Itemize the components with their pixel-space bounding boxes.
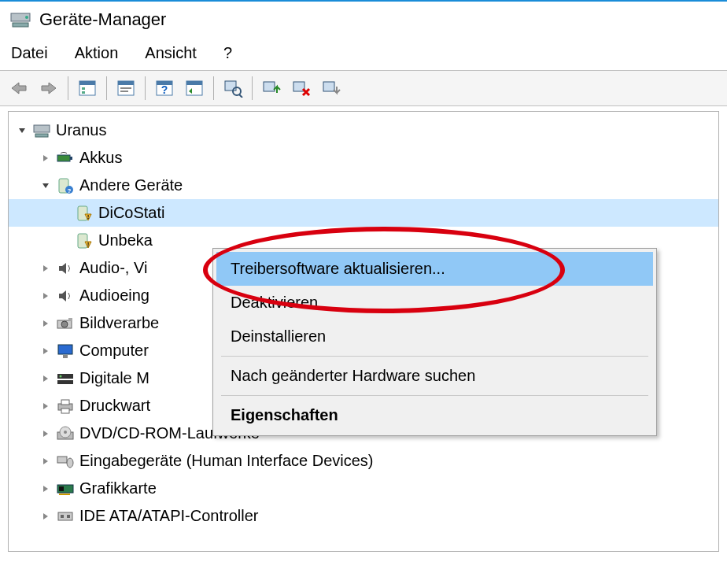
svg-text:?: ?: [68, 187, 72, 194]
context-menu: Treibersoftware aktualisieren... Deaktiv…: [212, 248, 657, 436]
disc-drive-icon: [56, 424, 75, 443]
toolbar-separator: [106, 76, 107, 100]
menu-view[interactable]: Ansicht: [145, 44, 197, 62]
tree-item-batteries[interactable]: Akkus: [9, 144, 718, 172]
toolbar: ?: [0, 70, 727, 106]
toolbar-separator: [213, 76, 214, 100]
tree-root[interactable]: Uranus: [9, 116, 718, 144]
tree-label: Akkus: [79, 149, 122, 167]
unknown-device-icon: ?: [56, 176, 75, 195]
svg-point-2: [25, 16, 28, 19]
chevron-right-icon[interactable]: [39, 316, 53, 331]
chevron-right-icon[interactable]: [39, 509, 53, 523]
menu-file[interactable]: Datei: [11, 44, 48, 62]
svg-rect-43: [61, 409, 69, 413]
monitor-icon: [56, 342, 75, 361]
tree-item-display[interactable]: Grafikkarte: [9, 475, 718, 502]
controller-icon: [56, 507, 75, 526]
svg-rect-35: [68, 318, 72, 321]
nav-forward-button[interactable]: [35, 74, 63, 102]
speaker-icon: [56, 287, 75, 305]
toolbar-separator: [252, 76, 253, 100]
computer-icon: [32, 121, 51, 140]
tree-label: Digitale M: [79, 369, 149, 387]
svg-line-18: [239, 94, 242, 98]
tree-item-dicostation[interactable]: ! DiCoStati: [9, 199, 718, 227]
svg-rect-23: [35, 134, 48, 137]
ctx-properties[interactable]: Eigenschaften: [216, 398, 653, 432]
tree-label: Bildverarbe: [79, 314, 159, 332]
tree-label: Andere Geräte: [79, 176, 183, 194]
svg-rect-37: [63, 355, 68, 358]
properties-button[interactable]: [112, 74, 140, 102]
menubar: Datei Aktion Ansicht ?: [0, 43, 727, 70]
svg-rect-1: [13, 23, 28, 27]
nav-back-button[interactable]: [5, 74, 33, 102]
svg-point-40: [60, 375, 62, 377]
chevron-down-icon[interactable]: [39, 179, 53, 193]
svg-rect-21: [323, 82, 334, 91]
svg-rect-39: [57, 380, 73, 384]
tree-item-other-devices[interactable]: ? Andere Geräte: [9, 172, 718, 199]
svg-rect-25: [70, 157, 72, 160]
update-driver-button[interactable]: [257, 74, 286, 102]
svg-rect-22: [34, 125, 50, 132]
tree-label: Druckwart: [79, 397, 150, 415]
chevron-right-icon[interactable]: [39, 289, 53, 303]
tree-label: IDE ATA/ATAPI-Controller: [79, 507, 258, 525]
hid-icon: [56, 452, 75, 471]
warning-device-icon: !: [75, 231, 94, 250]
tree-item-ide[interactable]: IDE ATA/ATAPI-Controller: [9, 502, 718, 530]
uninstall-button[interactable]: [287, 74, 316, 102]
menu-help[interactable]: ?: [223, 44, 232, 62]
gpu-icon: [56, 479, 75, 498]
svg-rect-52: [58, 512, 72, 520]
tree-label: Unbeka: [98, 231, 153, 250]
camera-icon: [56, 314, 75, 333]
svg-rect-42: [61, 400, 69, 405]
chevron-right-icon[interactable]: [39, 344, 53, 358]
refresh-list-button[interactable]: [180, 74, 209, 102]
ctx-uninstall[interactable]: Deinstallieren: [216, 320, 653, 353]
tree-label: Eingabegeräte (Human Interface Devices): [79, 452, 374, 470]
svg-rect-54: [67, 515, 70, 518]
tree-label: DiCoStati: [98, 204, 164, 222]
svg-text:!: !: [87, 241, 90, 248]
chevron-right-icon[interactable]: [39, 151, 53, 165]
tree-label: Audioeing: [79, 287, 149, 305]
svg-rect-15: [186, 81, 202, 85]
svg-rect-51: [59, 494, 70, 495]
tree-label: Uranus: [56, 121, 106, 139]
battery-icon: [56, 149, 75, 168]
show-hide-button[interactable]: [73, 74, 101, 102]
svg-point-48: [67, 458, 73, 468]
ctx-separator: [221, 395, 648, 396]
menu-action[interactable]: Aktion: [75, 44, 119, 62]
chevron-right-icon[interactable]: [39, 482, 53, 496]
svg-text:?: ?: [161, 83, 168, 96]
printer-icon: [56, 397, 75, 416]
svg-rect-36: [58, 345, 72, 354]
ctx-scan-hardware[interactable]: Nach geänderter Hardware suchen: [216, 359, 653, 393]
chevron-down-icon[interactable]: [15, 124, 29, 138]
svg-rect-29: [78, 206, 87, 220]
tree-item-hid[interactable]: Eingabegeräte (Human Interface Devices): [9, 447, 718, 475]
chevron-right-icon[interactable]: [39, 454, 53, 468]
chevron-right-icon[interactable]: [39, 399, 53, 413]
tree-label: Computer: [79, 342, 149, 360]
svg-point-46: [64, 431, 67, 434]
help-button[interactable]: ?: [150, 74, 179, 102]
svg-rect-4: [79, 81, 95, 85]
chevron-right-icon[interactable]: [39, 372, 53, 386]
chevron-right-icon[interactable]: [39, 427, 53, 441]
chevron-right-icon[interactable]: [39, 261, 53, 276]
svg-rect-9: [120, 87, 131, 89]
scan-hardware-button[interactable]: [219, 74, 247, 102]
disable-button[interactable]: [317, 74, 345, 102]
warning-device-icon: !: [75, 204, 94, 223]
toolbar-separator: [145, 76, 146, 100]
ctx-separator: [221, 356, 648, 357]
window-title: Geräte-Manager: [39, 9, 166, 30]
ctx-update-driver[interactable]: Treibersoftware aktualisieren...: [216, 252, 653, 286]
ctx-deactivate[interactable]: Deaktivieren: [216, 286, 653, 320]
